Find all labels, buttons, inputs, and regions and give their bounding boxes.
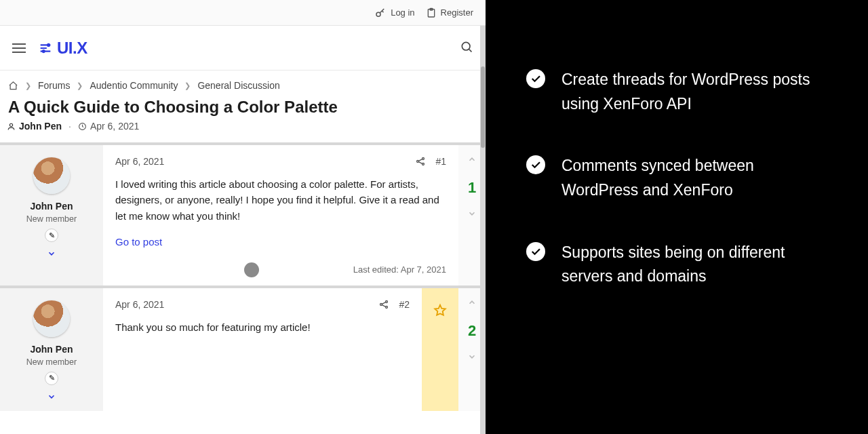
check-icon <box>526 69 545 88</box>
post-user-column: John Pen New member ✎ <box>0 288 103 411</box>
thread-date: Apr 6, 2021 <box>90 121 139 132</box>
scrollbar-thumb[interactable] <box>481 66 485 148</box>
post-body: I loved writing this article about choos… <box>115 176 446 224</box>
thread-meta: John Pen · Apr 6, 2021 <box>7 121 479 142</box>
search-button[interactable] <box>460 40 473 56</box>
svg-point-4 <box>43 50 45 52</box>
post-username[interactable]: John Pen <box>30 344 73 355</box>
best-answer-column <box>422 288 458 411</box>
logo-icon <box>38 41 53 56</box>
crumb-forums[interactable]: Forums <box>38 80 70 91</box>
crumb-community[interactable]: Audentio Community <box>90 80 178 91</box>
user-expand[interactable] <box>47 392 56 404</box>
feature-item: Comments synced between WordPress and Xe… <box>526 154 827 202</box>
feature-panel: Create threads for WordPress posts using… <box>486 0 868 434</box>
feature-item: Supports sites being on different server… <box>526 241 827 289</box>
search-icon <box>460 40 473 54</box>
post-user-role: New member <box>26 214 77 224</box>
last-edited: Last edited: Apr 7, 2021 <box>353 264 446 275</box>
svg-point-11 <box>380 303 382 305</box>
post-row: John Pen New member ✎ Apr 6, 2021 #1 <box>0 142 486 285</box>
svg-point-10 <box>422 163 425 165</box>
crumb-general[interactable]: General Discussion <box>197 80 279 91</box>
clock-icon <box>78 122 87 131</box>
post-user-role: New member <box>26 357 77 367</box>
chevron-right-icon: ❯ <box>77 81 83 90</box>
post-body: Thank you so much for featuring my artic… <box>115 319 410 335</box>
feature-text: Supports sites being on different server… <box>561 241 827 289</box>
svg-point-9 <box>422 158 425 160</box>
svg-point-5 <box>462 42 470 50</box>
chevron-right-icon: ❯ <box>184 81 191 90</box>
menu-button[interactable] <box>12 43 26 53</box>
svg-point-12 <box>386 300 388 302</box>
login-label: Log in <box>391 7 414 18</box>
star-icon[interactable] <box>433 303 448 321</box>
user-badge-icon: ✎ <box>45 372 58 385</box>
post-date: Apr 6, 2021 <box>115 156 164 167</box>
register-link[interactable]: Register <box>426 7 473 18</box>
post-number[interactable]: #2 <box>399 299 410 310</box>
post-user-column: John Pen New member ✎ <box>0 145 103 285</box>
chevron-right-icon: ❯ <box>25 81 31 90</box>
post-row: John Pen New member ✎ Apr 6, 2021 #2 <box>0 285 486 411</box>
downvote-button[interactable] <box>467 209 477 221</box>
go-to-post-link[interactable]: Go to post <box>115 236 446 248</box>
share-icon[interactable] <box>415 156 426 167</box>
post-date: Apr 6, 2021 <box>115 299 164 310</box>
feature-text: Create threads for WordPress posts using… <box>561 68 827 116</box>
scrollbar-track[interactable] <box>480 26 486 434</box>
logo-text: UI.X <box>57 39 87 58</box>
clipboard-icon <box>426 7 437 18</box>
key-icon <box>374 7 387 19</box>
check-icon <box>526 155 545 174</box>
header-bar: UI.X <box>0 26 486 71</box>
user-expand[interactable] <box>47 249 56 261</box>
svg-point-13 <box>386 306 388 308</box>
thread-author[interactable]: John Pen <box>19 121 62 132</box>
upvote-button[interactable] <box>467 298 477 310</box>
post-number[interactable]: #1 <box>435 156 446 167</box>
attachment-indicator[interactable] <box>244 262 259 277</box>
post-username[interactable]: John Pen <box>30 201 73 212</box>
feature-text: Comments synced between WordPress and Xe… <box>561 154 827 202</box>
svg-point-0 <box>376 12 380 16</box>
home-icon[interactable] <box>8 81 18 91</box>
forum-screenshot: Log in Register UI.X <box>0 0 486 434</box>
thread-title: A Quick Guide to Choosing a Color Palett… <box>7 92 479 121</box>
share-icon[interactable] <box>378 299 389 310</box>
vote-count: 2 <box>468 322 476 340</box>
svg-point-3 <box>47 43 50 45</box>
upvote-button[interactable] <box>467 155 477 167</box>
svg-point-8 <box>417 161 419 163</box>
register-label: Register <box>441 7 473 18</box>
login-link[interactable]: Log in <box>374 7 414 19</box>
avatar[interactable] <box>33 300 70 337</box>
vote-count: 1 <box>468 179 476 197</box>
check-icon <box>526 242 545 261</box>
breadcrumb: ❯ Forums ❯ Audentio Community ❯ General … <box>7 71 479 92</box>
feature-item: Create threads for WordPress posts using… <box>526 68 827 116</box>
utility-bar: Log in Register <box>0 0 486 26</box>
person-icon <box>7 122 16 131</box>
downvote-button[interactable] <box>467 352 477 364</box>
user-badge-icon: ✎ <box>45 229 58 242</box>
avatar[interactable] <box>33 157 70 194</box>
site-logo[interactable]: UI.X <box>38 39 87 58</box>
svg-point-6 <box>9 123 12 126</box>
